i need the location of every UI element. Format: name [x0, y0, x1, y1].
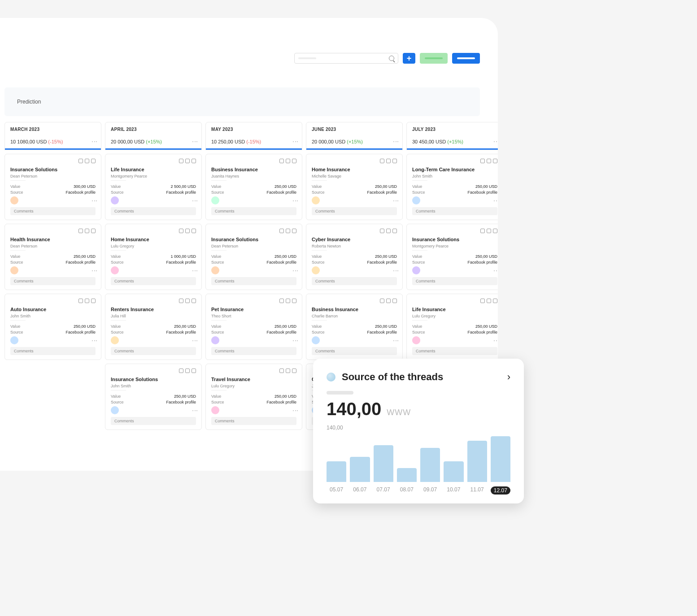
comments-button[interactable]: Comments — [211, 207, 296, 215]
comments-button[interactable]: Comments — [111, 207, 196, 215]
checklist-icon[interactable] — [179, 369, 183, 373]
avatar[interactable] — [412, 266, 420, 274]
archive-icon[interactable] — [493, 299, 497, 303]
chart-xtick[interactable]: 06.07 — [350, 486, 370, 495]
comments-button[interactable]: Comments — [211, 277, 296, 285]
more-icon[interactable]: ⋮ — [193, 198, 196, 204]
more-icon[interactable]: ⋮ — [495, 268, 497, 273]
chart-bar[interactable] — [397, 468, 417, 482]
checklist-icon[interactable] — [380, 229, 384, 233]
deal-card[interactable]: Auto Insurance John Smith Value250,00 US… — [4, 294, 101, 360]
archive-icon[interactable] — [392, 159, 397, 163]
chart-bar[interactable] — [350, 457, 370, 482]
more-icon[interactable]: ⋮ — [193, 139, 196, 144]
comments-button[interactable]: Comments — [312, 207, 397, 215]
archive-icon[interactable] — [292, 369, 296, 373]
archive-icon[interactable] — [192, 159, 196, 163]
comments-button[interactable]: Comments — [211, 417, 296, 425]
archive-icon[interactable] — [91, 159, 96, 163]
comments-button[interactable]: Comments — [111, 417, 196, 425]
comments-button[interactable]: Comments — [412, 207, 497, 215]
calendar-icon[interactable] — [286, 159, 290, 163]
deal-card[interactable]: Insurance Solutions Dean Peterson Value3… — [4, 154, 101, 220]
avatar[interactable] — [211, 196, 219, 204]
deal-card[interactable]: Health Insurance Dean Peterson Value250,… — [4, 224, 101, 290]
archive-icon[interactable] — [192, 369, 196, 373]
chart-xtick[interactable]: 09.07 — [420, 486, 440, 495]
chart-xtick[interactable]: 08.07 — [397, 486, 417, 495]
calendar-icon[interactable] — [185, 369, 190, 373]
comments-button[interactable]: Comments — [111, 347, 196, 355]
more-icon[interactable]: ⋮ — [394, 268, 397, 273]
chart-bar[interactable] — [327, 461, 346, 482]
calendar-icon[interactable] — [386, 159, 391, 163]
checklist-icon[interactable] — [179, 159, 183, 163]
checklist-icon[interactable] — [179, 299, 183, 303]
deal-card[interactable]: Insurance Solutions Montgomery Pearce Va… — [406, 224, 498, 290]
avatar[interactable] — [111, 406, 119, 414]
calendar-icon[interactable] — [386, 229, 391, 233]
chart-xtick[interactable]: 11.07 — [467, 486, 487, 495]
calendar-icon[interactable] — [487, 299, 491, 303]
chart-bar[interactable] — [374, 445, 393, 482]
calendar-icon[interactable] — [85, 159, 89, 163]
avatar[interactable] — [211, 336, 219, 344]
chart-bar[interactable] — [444, 461, 463, 482]
more-icon[interactable]: ⋮ — [294, 408, 296, 413]
more-icon[interactable]: ⋮ — [495, 198, 497, 204]
archive-icon[interactable] — [91, 229, 96, 233]
calendar-icon[interactable] — [386, 299, 391, 303]
comments-button[interactable]: Comments — [10, 347, 96, 355]
more-icon[interactable]: ⋮ — [193, 408, 196, 413]
calendar-icon[interactable] — [286, 229, 290, 233]
calendar-icon[interactable] — [85, 299, 89, 303]
calendar-icon[interactable] — [185, 299, 190, 303]
add-button[interactable]: + — [403, 53, 415, 64]
deal-card[interactable]: Business Insurance Juanita Haynes Value2… — [205, 154, 302, 220]
archive-icon[interactable] — [493, 229, 497, 233]
deal-card[interactable]: Travel Insurance Lulu Gregory Value250,0… — [205, 364, 302, 430]
calendar-icon[interactable] — [185, 229, 190, 233]
deal-card[interactable]: Pet Insurance Theo Short Value250,00 USD… — [205, 294, 302, 360]
avatar[interactable] — [211, 266, 219, 274]
checklist-icon[interactable] — [179, 229, 183, 233]
checklist-icon[interactable] — [480, 299, 485, 303]
chevron-right-icon[interactable]: › — [507, 371, 510, 383]
search-input[interactable] — [294, 53, 398, 64]
checklist-icon[interactable] — [78, 299, 83, 303]
comments-button[interactable]: Comments — [412, 277, 497, 285]
more-icon[interactable]: ⋮ — [495, 338, 497, 343]
more-icon[interactable]: ⋮ — [394, 198, 397, 204]
archive-icon[interactable] — [493, 159, 497, 163]
checklist-icon[interactable] — [78, 159, 83, 163]
avatar[interactable] — [412, 336, 420, 344]
chart-xtick[interactable]: 07.07 — [374, 486, 393, 495]
deal-card[interactable]: Business Insurance Charlie Barron Value2… — [306, 294, 403, 360]
avatar[interactable] — [10, 336, 18, 344]
archive-icon[interactable] — [292, 299, 296, 303]
calendar-icon[interactable] — [487, 159, 491, 163]
deal-card[interactable]: Life Insurance Lulu Gregory Value250,00 … — [406, 294, 498, 360]
comments-button[interactable]: Comments — [312, 347, 397, 355]
comments-button[interactable]: Comments — [10, 207, 96, 215]
more-icon[interactable]: ⋮ — [193, 268, 196, 273]
checklist-icon[interactable] — [279, 369, 284, 373]
chart-xtick[interactable]: 12.07 — [491, 486, 510, 495]
avatar[interactable] — [111, 336, 119, 344]
more-icon[interactable]: ⋮ — [294, 198, 296, 204]
chart-bar[interactable] — [420, 448, 440, 482]
avatar[interactable] — [10, 266, 18, 274]
more-icon[interactable]: ⋮ — [294, 268, 296, 273]
deal-card[interactable]: Long-Term Care Insurance John Smith Valu… — [406, 154, 498, 220]
comments-button[interactable]: Comments — [312, 277, 397, 285]
archive-icon[interactable] — [392, 299, 397, 303]
comments-button[interactable]: Comments — [10, 277, 96, 285]
deal-card[interactable]: Home Insurance Lulu Gregory Value1 000,0… — [105, 224, 202, 290]
deal-card[interactable]: Cyber Insurance Roberta Newton Value250,… — [306, 224, 403, 290]
avatar[interactable] — [412, 196, 420, 204]
calendar-icon[interactable] — [286, 299, 290, 303]
checklist-icon[interactable] — [279, 229, 284, 233]
comments-button[interactable]: Comments — [211, 347, 296, 355]
avatar[interactable] — [312, 336, 320, 344]
archive-icon[interactable] — [192, 299, 196, 303]
